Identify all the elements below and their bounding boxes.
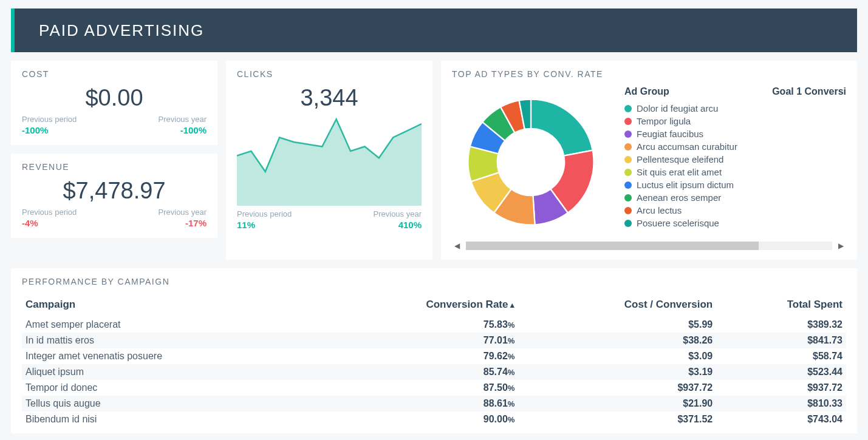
adtypes-donut [452, 86, 610, 238]
table-row[interactable]: Bibendum id nisi90.00%$371.52$743.04 [22, 411, 846, 427]
col-campaign[interactable]: Campaign [22, 295, 320, 317]
clicks-label: CLICKS [237, 69, 422, 79]
total-spent: $58.74 [716, 348, 846, 364]
legend-item[interactable]: Pellentesque eleifend [624, 153, 846, 166]
campaign-name: Tellus quis augue [26, 398, 101, 408]
cost-prev-year-label: Previous year [159, 115, 207, 124]
scroll-track[interactable] [466, 242, 832, 250]
scroll-left-icon[interactable]: ◀ [452, 242, 462, 250]
legend-dot-icon [624, 169, 632, 176]
cost-value: $0.00 [22, 85, 207, 111]
legend-label: Posuere scelerisque [637, 218, 719, 228]
cost-card: COST $0.00 Previous period -100% Previou… [11, 61, 217, 145]
campaign-table: Campaign Conversion Rate▴ Cost / Convers… [22, 295, 846, 427]
total-spent: $389.32 [716, 317, 846, 333]
table-row[interactable]: Tellus quis augue88.61%$21.90$810.33 [22, 396, 846, 411]
legend-item[interactable]: Aenean eros semper [624, 191, 846, 204]
clicks-prev-period-label: Previous period [237, 209, 292, 218]
scroll-right-icon[interactable]: ▶ [836, 242, 846, 250]
revenue-prev-year-value: -17% [159, 218, 207, 228]
legend-label: Tempor ligula [637, 116, 691, 126]
legend-label: Feugiat faucibus [637, 129, 703, 139]
campaign-card: PERFORMANCE BY CAMPAIGN Campaign Convers… [11, 268, 857, 433]
conversion-rate: 88.61% [320, 396, 518, 411]
legend-label: Dolor id feugiat arcu [637, 103, 718, 113]
clicks-sparkline [237, 115, 422, 206]
col-conversion-rate[interactable]: Conversion Rate▴ [320, 295, 518, 317]
total-spent: $810.33 [716, 396, 846, 411]
legend-item[interactable]: Arcu lectus [624, 204, 846, 217]
conversion-rate: 87.50% [320, 380, 518, 396]
cost-per-conversion: $3.19 [518, 364, 716, 380]
conversion-rate: 77.01% [320, 333, 518, 348]
col-total-spent[interactable]: Total Spent [716, 295, 846, 317]
legend-item[interactable]: Tempor ligula [624, 115, 846, 127]
legend-dot-icon [624, 207, 632, 214]
cost-per-conversion: $371.52 [518, 411, 716, 427]
cost-per-conversion: $3.09 [518, 348, 716, 364]
legend-label: Arcu accumsan curabitur [637, 141, 737, 152]
clicks-prev-year-value: 410% [374, 220, 422, 230]
revenue-label: REVENUE [22, 162, 207, 172]
campaign-name: Integer amet venenatis posuere [26, 351, 162, 361]
legend-dot-icon [624, 130, 632, 138]
adtypes-scrollbar[interactable]: ◀ ▶ [452, 242, 846, 250]
legend-label: Luctus elit ipsum dictum [637, 180, 734, 190]
legend-dot-icon [624, 156, 632, 163]
legend-item[interactable]: Luctus elit ipsum dictum [624, 178, 846, 191]
adtypes-col-metric: Goal 1 Conversi [772, 86, 846, 97]
revenue-prev-period-label: Previous period [22, 208, 77, 217]
legend-dot-icon [624, 105, 632, 112]
legend-item[interactable]: Sit quis erat elit amet [624, 166, 846, 178]
clicks-prev-period-value: 11% [237, 220, 292, 230]
cost-per-conversion: $5.99 [518, 317, 716, 333]
sort-asc-icon: ▴ [510, 300, 514, 310]
campaign-name: Amet semper placerat [26, 319, 121, 330]
total-spent: $937.72 [716, 380, 846, 396]
legend-dot-icon [624, 194, 632, 201]
section-header: PAID ADVERTISING [11, 8, 857, 52]
legend-dot-icon [624, 143, 632, 151]
legend-item[interactable]: Arcu accumsan curabitur [624, 140, 846, 153]
section-title: PAID ADVERTISING [39, 21, 204, 40]
cost-label: COST [22, 69, 207, 79]
scroll-thumb[interactable] [466, 242, 759, 250]
legend-dot-icon [624, 181, 632, 189]
cost-prev-period-value: -100% [22, 125, 77, 135]
col-cost-per-conversion[interactable]: Cost / Conversion [518, 295, 716, 317]
legend-dot-icon [624, 118, 632, 125]
conversion-rate: 85.74% [320, 364, 518, 380]
revenue-value: $7,478.97 [22, 178, 207, 204]
total-spent: $841.73 [716, 333, 846, 348]
total-spent: $523.44 [716, 364, 846, 380]
conversion-rate: 75.83% [320, 317, 518, 333]
campaign-name: In id mattis eros [26, 335, 94, 345]
revenue-prev-year-label: Previous year [159, 208, 207, 217]
cost-prev-year-value: -100% [159, 125, 207, 135]
revenue-prev-period-value: -4% [22, 218, 77, 228]
conversion-rate: 79.62% [320, 348, 518, 364]
legend-label: Pellentesque eleifend [637, 154, 723, 164]
legend-item[interactable]: Dolor id feugiat arcu [624, 102, 846, 115]
campaign-name: Bibendum id nisi [26, 414, 97, 424]
table-row[interactable]: Integer amet venenatis posuere79.62%$3.0… [22, 348, 846, 364]
clicks-prev-year-label: Previous year [374, 209, 422, 218]
table-row[interactable]: In id mattis eros77.01%$38.26$841.73 [22, 333, 846, 348]
cost-per-conversion: $21.90 [518, 396, 716, 411]
clicks-value: 3,344 [237, 85, 422, 111]
total-spent: $743.04 [716, 411, 846, 427]
legend-item[interactable]: Feugiat faucibus [624, 127, 846, 140]
table-row[interactable]: Tempor id donec87.50%$937.72$937.72 [22, 380, 846, 396]
legend-item[interactable]: Posuere scelerisque [624, 217, 846, 229]
table-row[interactable]: Amet semper placerat75.83%$5.99$389.32 [22, 317, 846, 333]
legend-label: Arcu lectus [637, 205, 682, 215]
adtypes-legend: Ad Group Goal 1 Conversi Dolor id feugia… [624, 86, 846, 229]
table-row[interactable]: Aliquet ipsum85.74%$3.19$523.44 [22, 364, 846, 380]
conversion-rate: 90.00% [320, 411, 518, 427]
clicks-card: CLICKS 3,344 Previous period 11% Previou… [226, 61, 432, 260]
cost-per-conversion: $937.72 [518, 380, 716, 396]
campaign-label: PERFORMANCE BY CAMPAIGN [22, 277, 846, 286]
adtypes-label: TOP AD TYPES BY CONV. RATE [452, 69, 846, 79]
legend-label: Sit quis erat elit amet [637, 167, 722, 177]
adtypes-col-group: Ad Group [624, 86, 669, 97]
